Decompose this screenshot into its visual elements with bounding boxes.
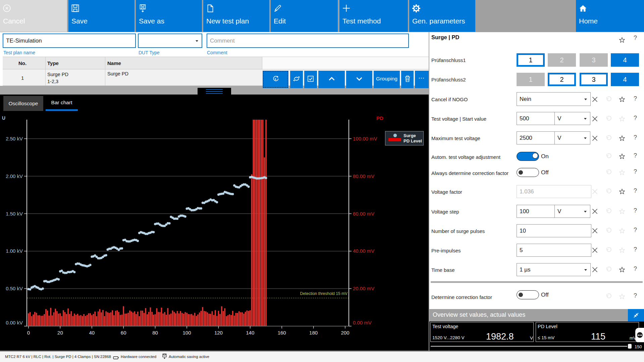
svg-text:60.00 mV: 60.00 mV — [353, 211, 374, 217]
svg-text:PD: PD — [376, 115, 383, 121]
svg-text:20.00 mV: 20.00 mV — [353, 286, 374, 291]
svg-text:160: 160 — [278, 330, 286, 336]
svg-text:180: 180 — [309, 330, 318, 336]
svg-text:60: 60 — [121, 330, 126, 336]
svg-text:U: U — [2, 115, 5, 121]
svg-text:0.50 kV: 0.50 kV — [6, 286, 23, 291]
svg-text:100.00 mV: 100.00 mV — [353, 136, 377, 141]
svg-text:80.00 mV: 80.00 mV — [353, 173, 374, 179]
svg-text:PD Level: PD Level — [404, 138, 422, 143]
svg-text:Detection threshold 15 mV: Detection threshold 15 mV — [300, 291, 347, 296]
svg-text:140: 140 — [246, 330, 254, 336]
svg-text:40: 40 — [89, 330, 95, 336]
svg-text:0.00 mV: 0.00 mV — [353, 320, 372, 325]
svg-text:100: 100 — [182, 330, 191, 336]
svg-text:Surge: Surge — [404, 133, 416, 138]
svg-text:20: 20 — [57, 330, 63, 336]
svg-text:2.50 kV: 2.50 kV — [6, 136, 23, 141]
svg-text:200: 200 — [341, 330, 349, 336]
svg-text:0: 0 — [27, 330, 30, 336]
svg-text:40.00 mV: 40.00 mV — [353, 248, 374, 254]
svg-text:2.00 kV: 2.00 kV — [6, 173, 23, 179]
svg-text:120: 120 — [214, 330, 223, 336]
svg-text:1.50 kV: 1.50 kV — [6, 211, 23, 217]
svg-text:1.00 kV: 1.00 kV — [6, 248, 23, 254]
svg-text:80: 80 — [152, 330, 158, 336]
svg-text:0.00 kV: 0.00 kV — [6, 320, 23, 325]
svg-text:1: 1 — [274, 77, 276, 81]
